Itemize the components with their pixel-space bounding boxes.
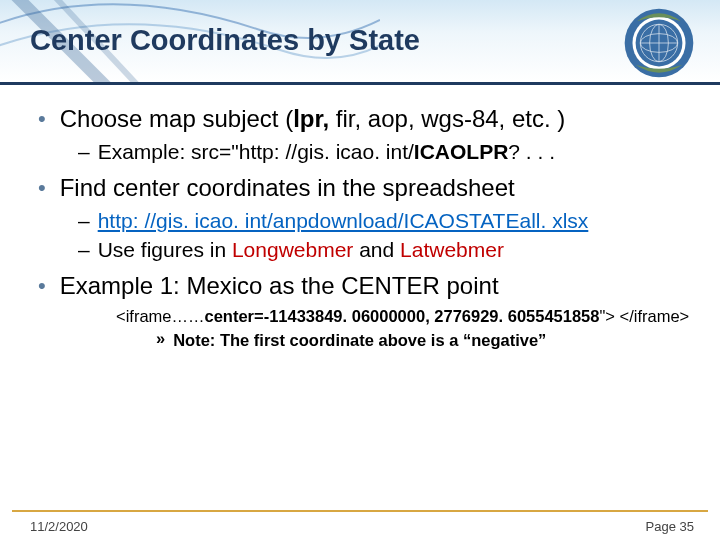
content-area: • Choose map subject (lpr, fir, aop, wgs…	[38, 104, 690, 351]
text: "> </iframe>	[599, 307, 689, 325]
text-bold: ICAOLPR	[414, 140, 509, 163]
icao-logo	[620, 4, 698, 82]
text: Example 1: Mexico as the CENTER point	[60, 271, 499, 301]
bullet-example-mexico: • Example 1: Mexico as the CENTER point	[38, 271, 690, 301]
page-title: Center Coordinates by State	[30, 24, 420, 57]
dash-icon: –	[78, 138, 90, 165]
dash-icon: –	[78, 236, 90, 263]
text-bold: lpr,	[293, 105, 336, 132]
footer-date: 11/2/2020	[30, 519, 88, 534]
text-longwebmer: Longwebmer	[232, 238, 353, 261]
text: Find center coordinates in the spreadshe…	[60, 173, 515, 203]
note-negative: » Note: The first coordinate above is a …	[156, 329, 690, 351]
text-latwebmer: Latwebmer	[400, 238, 504, 261]
text: Example: src="http: //gis. icao. int/	[98, 140, 414, 163]
footer-divider	[12, 510, 708, 512]
header-divider	[0, 82, 720, 85]
code-iframe: <iframe……center=-11433849. 06000000, 277…	[116, 305, 690, 327]
text: Note: The first coordinate above is a “n…	[173, 329, 546, 351]
bullet-icon: •	[38, 104, 46, 134]
text: fir, aop, wgs-84, etc. )	[336, 105, 565, 132]
sub-bullet-example-src: – Example: src="http: //gis. icao. int/I…	[78, 138, 690, 165]
sub-bullet-xls-link: – http: //gis. icao. int/anpdownload/ICA…	[78, 207, 690, 234]
raquo-icon: »	[156, 329, 165, 348]
text-bold: center=-11433849. 06000000, 2776929. 605…	[204, 307, 599, 325]
spreadsheet-link[interactable]: http: //gis. icao. int/anpdownload/ICAOS…	[98, 209, 589, 232]
footer-page: Page 35	[646, 519, 694, 534]
sub-bullet-use-figures: – Use figures in Longwebmer and Latwebme…	[78, 236, 690, 263]
bullet-find-coordinates: • Find center coordinates in the spreads…	[38, 173, 690, 203]
bullet-choose-subject: • Choose map subject (lpr, fir, aop, wgs…	[38, 104, 690, 134]
text: Use figures in	[98, 238, 232, 261]
bullet-icon: •	[38, 271, 46, 301]
text: ? . . .	[508, 140, 555, 163]
text: and	[353, 238, 400, 261]
dash-icon: –	[78, 207, 90, 234]
text: <iframe……	[116, 307, 204, 325]
text: Choose map subject (	[60, 105, 293, 132]
bullet-icon: •	[38, 173, 46, 203]
